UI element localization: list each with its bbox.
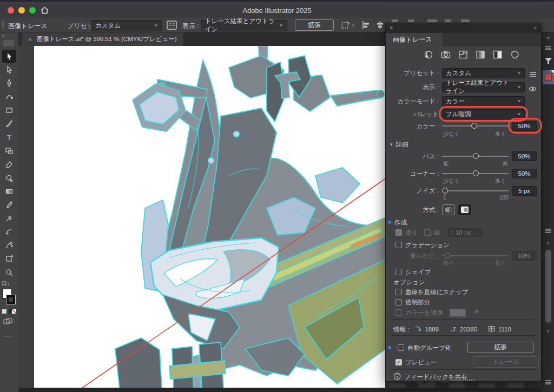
gradient-tool[interactable] (2, 185, 16, 198)
dock-menu-icon-2[interactable] (545, 226, 552, 236)
preset-dropdown[interactable]: カスタム∨ (91, 20, 162, 31)
color-slider[interactable] (442, 121, 509, 131)
preview-checkbox[interactable]: ✓ (395, 359, 402, 366)
snap-label: 曲線を直線にスナップ (405, 288, 469, 296)
illustrator-window: × 画像トレース.ai* @ 396.51 % (CMYK/プレビュー) » T (0, 0, 554, 392)
colors-count-icon (488, 324, 495, 334)
smooth-sublabels: 最小 最大 (386, 260, 542, 266)
zoom-tool[interactable] (2, 266, 16, 279)
panel-close-icon[interactable]: × (390, 24, 393, 31)
dock-menu-icon[interactable] (545, 43, 552, 53)
info-row: 情報 : 1889 20385 1110 (393, 324, 537, 335)
outline-icon[interactable] (510, 50, 520, 62)
stroke-width-stepper[interactable]: ∧∨ 10 px (448, 228, 483, 237)
live-paint-tool[interactable] (2, 171, 16, 184)
paintbrush-tool[interactable] (2, 117, 16, 130)
rectangle-tool[interactable] (2, 104, 16, 117)
direct-selection-tool[interactable] (2, 63, 16, 76)
artboard-tool[interactable] (2, 253, 16, 265)
document-tab[interactable]: × 画像トレース.ai* @ 396.51 % (CMYK/プレビュー) (22, 32, 183, 46)
rotate-tool[interactable] (2, 225, 16, 238)
panel-palette-row: パレット フル階調∨ (390, 109, 537, 119)
expand-button[interactable]: 拡張 (295, 19, 334, 31)
feedback-row[interactable]: フィードバックを共有 (393, 372, 537, 383)
scroll-down-icon[interactable]: ∨ (542, 329, 554, 334)
panel-expand-button[interactable]: 拡張 (467, 342, 533, 353)
auto-color-icon[interactable] (424, 50, 433, 62)
panel-tab-image-trace[interactable]: 画像トレース (386, 33, 442, 46)
view-dropdown[interactable]: トレース結果とアウトライン∨ (201, 20, 287, 31)
eye-icon[interactable] (529, 84, 537, 94)
panel-palette-dropdown[interactable]: フル階調∨ (442, 109, 525, 119)
color-button[interactable] (2, 309, 6, 314)
control-bar-grip[interactable] (2, 21, 4, 29)
bounding-box-icon[interactable]: ∨ (341, 21, 355, 30)
stroke-checkbox[interactable] (424, 229, 431, 236)
fill-label: 塗り (405, 229, 418, 237)
stroke-color-swatch[interactable] (6, 295, 15, 304)
panel-preset-dropdown[interactable]: カスタム∨ (442, 68, 525, 78)
gradient-checkbox[interactable] (395, 242, 402, 248)
swatch-cell-selected[interactable] (543, 70, 554, 84)
anchors-count-icon (450, 324, 457, 334)
grayscale-icon[interactable] (476, 50, 485, 62)
status-strip (18, 388, 542, 392)
curvature-tool[interactable] (2, 90, 16, 103)
selection-tool[interactable] (2, 50, 16, 63)
noise-sublabels: 1 100 (386, 195, 542, 201)
black-white-icon[interactable] (493, 50, 503, 62)
knockout-color-swatch[interactable] (450, 309, 466, 317)
dock-menu-icon-3[interactable] (545, 377, 552, 387)
align-left-icon[interactable] (361, 21, 371, 31)
knockout-checkbox[interactable] (395, 309, 402, 316)
blob-brush-tool[interactable] (2, 198, 16, 211)
eyedropper-icon[interactable] (472, 308, 479, 317)
color-value[interactable]: 50% (512, 121, 537, 131)
dock-expand-icon[interactable]: » (542, 35, 554, 41)
symbol-sprayer-tool[interactable] (2, 239, 16, 252)
red-swatch[interactable] (545, 74, 552, 81)
panel-resize-grip[interactable] (452, 379, 476, 381)
snap-checkbox[interactable] (395, 289, 402, 295)
tab-close-icon[interactable]: × (28, 36, 32, 43)
draw-mode-icon[interactable] (3, 318, 13, 328)
transparent-checkbox[interactable] (395, 299, 402, 305)
more-tools-icon[interactable]: … (4, 331, 11, 338)
high-color-icon[interactable] (441, 50, 451, 62)
color-mode-buttons[interactable] (2, 309, 16, 314)
preset-menu-icon[interactable] (529, 70, 537, 79)
gradient-button[interactable] (7, 309, 11, 314)
panel-collapse-icon[interactable]: « (534, 25, 537, 30)
panel-method-label: 方式 : (390, 206, 439, 214)
type-tool[interactable]: T (2, 131, 16, 144)
panel-tab-bar: 画像トレース (386, 33, 541, 46)
shape-checkbox[interactable] (395, 269, 402, 275)
toolbar-expand-icon[interactable]: » (2, 33, 5, 38)
trace-button[interactable]: トレース (473, 356, 539, 368)
method-abutting-button[interactable] (442, 204, 455, 215)
pen-tool[interactable] (2, 77, 16, 90)
eraser-tool[interactable] (2, 158, 16, 171)
hidden-distribute-icon (427, 19, 437, 22)
panel-header[interactable]: × « (386, 23, 541, 33)
panel-view-dropdown[interactable]: トレース結果とアウトライン∨ (442, 82, 525, 92)
advanced-section-header[interactable]: ▾ 詳細 (390, 139, 537, 150)
method-overlapping-button[interactable] (458, 204, 471, 215)
none-button[interactable] (12, 309, 16, 314)
trace-panel-toggle-icon[interactable] (167, 21, 177, 32)
scroll-up-icon[interactable]: ∧ (542, 241, 554, 245)
dock-scrollbar-thumb[interactable] (545, 250, 551, 323)
colors-count: 1110 (498, 326, 511, 333)
low-color-icon[interactable] (458, 50, 468, 62)
align-center-icon[interactable] (375, 21, 385, 31)
autogroup-checkbox[interactable] (398, 344, 404, 351)
free-transform-tool[interactable] (2, 144, 16, 157)
eyedropper-tool[interactable] (2, 212, 16, 225)
panel-colormode-label: カラーモード : (390, 97, 439, 105)
panel-colormode-dropdown[interactable]: カラー∨ (442, 96, 525, 107)
panel-method-row: 方式 : (390, 204, 537, 216)
image-trace-panel: × « 画像トレース プリセット : カスタム∨ 表示 : トレース結果とアウト… (385, 23, 542, 382)
fill-checkbox[interactable]: ✓ (395, 229, 402, 236)
filter-funnel-icon[interactable] (544, 57, 552, 67)
toolbar-grip[interactable] (3, 40, 14, 46)
